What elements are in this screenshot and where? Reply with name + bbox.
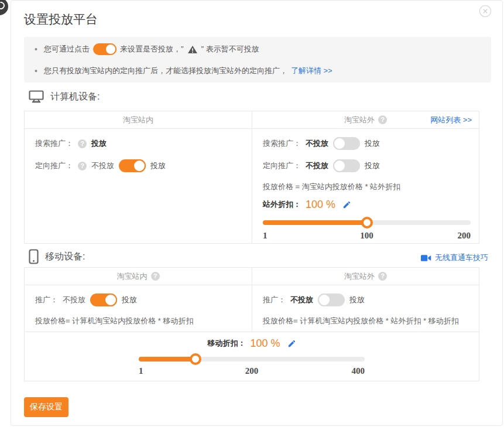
wireless-tips-label: 无线直通车技巧 — [435, 252, 488, 263]
computer-onsite-target-row: 定向推广： 不投放 投放 — [35, 158, 244, 173]
computer-table-header: 淘宝站内 淘宝站外 网站列表 >> — [25, 111, 479, 129]
slider-max-label: 200 — [458, 231, 471, 241]
mobile-onsite-header: 淘宝站内 — [25, 268, 252, 285]
header-label: 淘宝站外 — [344, 115, 375, 125]
search-promo-label: 搜索推广： — [35, 138, 73, 149]
mobile-slider-wrap: 1 200 400 — [139, 357, 365, 377]
mobile-offsite-header: 淘宝站外 — [252, 268, 479, 285]
search-promo-state: 投放 — [91, 138, 107, 149]
slider-fill — [263, 220, 367, 225]
help-icon[interactable] — [78, 139, 87, 148]
off-label: 不投放 — [306, 161, 328, 171]
mobile-section-header: 移动设备: — [29, 249, 85, 264]
video-icon — [421, 254, 431, 262]
computer-onsite-cell: 搜索推广： 投放 定向推广： 不投放 投放 — [25, 129, 252, 243]
background-help-bubble — [0, 0, 8, 15]
toggle-knob — [105, 43, 116, 55]
header-label: 淘宝站内 — [117, 271, 148, 282]
bullet-icon: • — [35, 45, 37, 54]
edit-icon[interactable] — [342, 200, 351, 209]
slider-mid-label: 100 — [360, 231, 373, 241]
page-title: 设置投放平台 — [24, 11, 98, 28]
on-label: 投放 — [365, 138, 380, 149]
mobile-offsite-promo-toggle[interactable] — [318, 294, 345, 306]
help-icon[interactable] — [78, 162, 87, 170]
site-list-link[interactable]: 网站列表 >> — [430, 115, 472, 125]
toggle-knob — [104, 294, 117, 306]
notice-line-1: • 您可通过点击 来设置是否投放，" " 表示暂不可投放 — [35, 43, 481, 55]
help-icon[interactable] — [151, 272, 160, 281]
slider-mid-label: 200 — [245, 366, 259, 376]
mobile-onsite-cell: 推广： 不投放 投放 投放价格= 计算机淘宝站内投放价格 * 移动折扣 — [25, 285, 252, 332]
bullet-icon: • — [35, 66, 37, 76]
learn-more-link[interactable]: 了解详情 >> — [291, 66, 332, 76]
computer-onsite-search-row: 搜索推广： 投放 — [35, 136, 244, 151]
computer-offsite-search-toggle[interactable] — [333, 137, 360, 150]
notice-text: 来设置是否投放，" — [120, 44, 184, 54]
computer-icon — [29, 90, 44, 103]
settings-dialog: 设置投放平台 • 您可通过点击 来设置是否投放，" " 表示暂不可投放 • 您只… — [11, 0, 503, 426]
header-label: 淘宝站外 — [344, 271, 375, 282]
off-label: 不投放 — [306, 138, 328, 149]
computer-onsite-target-toggle[interactable] — [119, 159, 146, 172]
off-label: 不投放 — [290, 295, 313, 305]
notice-text: " 表示暂不可投放 — [201, 44, 259, 54]
warning-icon — [187, 45, 198, 54]
save-settings-button[interactable]: 保存设置 — [24, 397, 68, 417]
mobile-discount-slider[interactable] — [139, 357, 365, 361]
slider-min-label: 1 — [263, 231, 268, 241]
toggle-knob — [333, 137, 346, 150]
mobile-section-title: 移动设备: — [45, 251, 85, 263]
offsite-slider-labels: 1 100 200 — [263, 231, 471, 241]
computer-section-title: 计算机设备: — [50, 91, 100, 103]
promo-label: 推广： — [263, 295, 286, 305]
toggle-knob — [333, 159, 346, 172]
computer-section-header: 计算机设备: — [29, 90, 100, 103]
mobile-onsite-formula: 投放价格= 计算机淘宝站内投放价格 * 移动折扣 — [35, 316, 244, 326]
offsite-discount-label: 站外折扣： — [263, 199, 301, 210]
mobile-table: 淘宝站内 淘宝站外 推广： 不投放 投放 投放价格= 计算机淘宝站内投放价格 *… — [24, 267, 479, 381]
notice-text: 您可通过点击 — [44, 44, 90, 54]
help-icon[interactable] — [378, 115, 387, 124]
offsite-discount-line: 站外折扣： 100 % — [263, 197, 471, 212]
computer-offsite-header: 淘宝站外 网站列表 >> — [252, 111, 479, 128]
mobile-discount-row: 移动折扣： 100 % 1 200 400 — [25, 332, 479, 381]
notice-box: • 您可通过点击 来设置是否投放，" " 表示暂不可投放 • 您只有投放淘宝站内… — [24, 37, 491, 83]
off-label: 不投放 — [63, 295, 85, 305]
mobile-onsite-promo-toggle[interactable] — [90, 294, 117, 306]
on-label: 投放 — [122, 295, 137, 305]
mobile-slider-labels: 1 200 400 — [139, 366, 365, 377]
notice-line-2: • 您只有投放淘宝站内的定向推广后，才能选择投放淘宝站外的定向推广， 了解详情 … — [35, 66, 481, 76]
computer-onsite-header: 淘宝站内 — [25, 111, 252, 128]
on-label: 投放 — [150, 161, 166, 171]
search-promo-label: 搜索推广： — [263, 138, 301, 149]
mobile-onsite-promo-row: 推广： 不投放 投放 — [35, 292, 244, 308]
promo-label: 推广： — [35, 295, 58, 305]
help-icon[interactable] — [378, 272, 387, 281]
toggle-knob — [133, 159, 146, 172]
on-label: 投放 — [349, 295, 365, 305]
mobile-phone-icon — [29, 249, 39, 264]
close-icon — [479, 5, 492, 18]
computer-offsite-target-toggle[interactable] — [333, 159, 360, 172]
target-promo-label: 定向推广： — [263, 161, 301, 171]
computer-table: 淘宝站内 淘宝站外 网站列表 >> 搜索推广： 投放 定向推广： 不投放 — [24, 111, 479, 244]
close-button[interactable] — [479, 5, 492, 18]
edit-icon[interactable] — [287, 339, 296, 348]
offsite-discount-slider[interactable] — [263, 220, 471, 225]
toggle-knob — [318, 294, 331, 306]
on-label: 投放 — [365, 161, 380, 171]
slider-handle[interactable] — [190, 353, 201, 365]
wireless-tips-link[interactable]: 无线直通车技巧 — [421, 252, 488, 263]
offsite-discount-value: 100 % — [306, 199, 335, 211]
computer-offsite-search-row: 搜索推广： 不投放 投放 — [263, 136, 471, 151]
mobile-discount-value: 100 % — [250, 337, 280, 350]
slider-fill — [139, 357, 196, 361]
mobile-discount-label: 移动折扣： — [207, 338, 245, 349]
computer-offsite-cell: 搜索推广： 不投放 投放 定向推广： 不投放 投放 投放价格 = 淘宝站内投放价… — [252, 129, 479, 243]
slider-handle[interactable] — [361, 217, 373, 228]
notice-text: 您只有投放淘宝站内的定向推广后，才能选择投放淘宝站外的定向推广， — [44, 66, 287, 76]
demo-toggle[interactable] — [93, 43, 116, 55]
mobile-table-header: 淘宝站内 淘宝站外 — [25, 268, 479, 285]
target-promo-label: 定向推广： — [35, 161, 73, 171]
